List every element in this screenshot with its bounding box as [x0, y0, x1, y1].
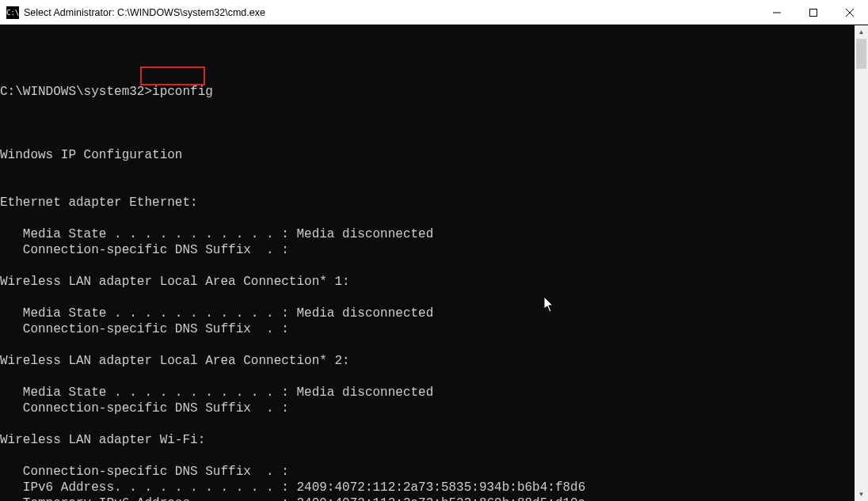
app-icon: C:\.: [6, 6, 19, 19]
output-line: [0, 163, 855, 179]
prompt-line: C:\WINDOWS\system32>ipconfig: [0, 84, 855, 100]
output-line: Windows IP Configuration: [0, 147, 855, 163]
output-line: Wireless LAN adapter Wi-Fi:: [0, 432, 855, 448]
prompt-path: C:\WINDOWS\system32>: [0, 85, 152, 99]
output-line: Wireless LAN adapter Local Area Connecti…: [0, 274, 855, 290]
output-line: Media State . . . . . . . . . . . : Medi…: [0, 385, 855, 400]
command-highlight-box: [140, 66, 205, 85]
scrollbar-thumb[interactable]: [856, 39, 866, 69]
output-line: [0, 416, 855, 432]
title-bar: C:\. Select Administrator: C:\WINDOWS\sy…: [0, 0, 868, 25]
output-line: Media State . . . . . . . . . . . : Medi…: [0, 226, 855, 242]
output-line: [0, 211, 855, 226]
output-line: [0, 179, 855, 195]
output-line: IPv6 Address. . . . . . . . . . . : 2409…: [0, 480, 855, 495]
scroll-up-arrow-icon[interactable]: ▲: [855, 25, 868, 39]
output-line: Wireless LAN adapter Local Area Connecti…: [0, 353, 855, 369]
output-line: Temporary IPv6 Address. . . . . . : 2409…: [0, 495, 855, 501]
output-line: Connection-specific DNS Suffix . :: [0, 321, 855, 337]
output-line: Connection-specific DNS Suffix . :: [0, 400, 855, 416]
maximize-button[interactable]: [795, 0, 832, 25]
window-controls: [759, 0, 868, 25]
output-line: Ethernet adapter Ethernet:: [0, 195, 855, 211]
window-title: Select Administrator: C:\WINDOWS\system3…: [24, 7, 759, 18]
output-line: [0, 258, 855, 274]
output-line: [0, 131, 855, 147]
terminal-output[interactable]: C:\WINDOWS\system32>ipconfig Windows IP …: [0, 25, 855, 501]
scroll-down-arrow-icon[interactable]: ▼: [855, 488, 868, 501]
output-line: [0, 369, 855, 385]
vertical-scrollbar[interactable]: ▲ ▼: [855, 25, 868, 501]
prompt-command: ipconfig: [152, 85, 213, 99]
output-line: [0, 337, 855, 353]
minimize-button[interactable]: [759, 0, 795, 25]
output-line: Connection-specific DNS Suffix . :: [0, 464, 855, 480]
output-line: [0, 448, 855, 464]
svg-rect-1: [810, 9, 817, 17]
close-button[interactable]: [832, 0, 868, 25]
output-line: Connection-specific DNS Suffix . :: [0, 242, 855, 258]
output-line: [0, 290, 855, 306]
output-line: Media State . . . . . . . . . . . : Medi…: [0, 306, 855, 321]
